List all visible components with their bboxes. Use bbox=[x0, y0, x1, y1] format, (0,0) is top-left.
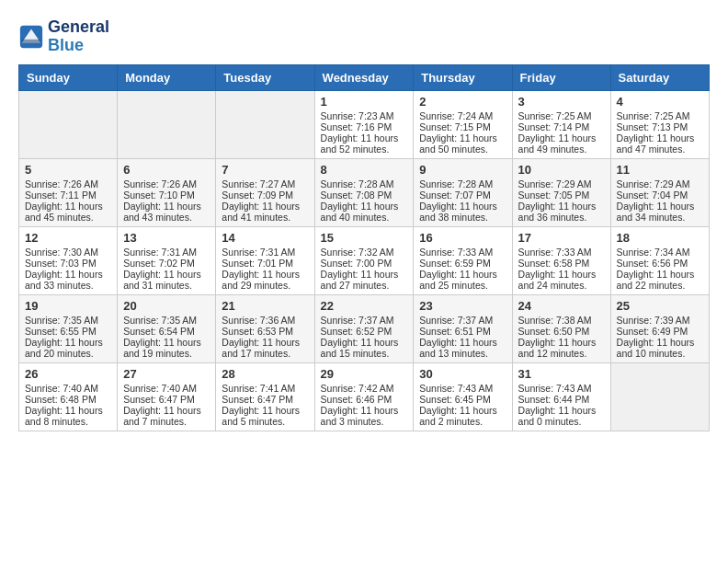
cell-text: Sunrise: 7:31 AM bbox=[222, 247, 308, 258]
calendar-cell: 27Sunrise: 7:40 AMSunset: 6:47 PMDayligh… bbox=[118, 362, 216, 431]
calendar-week-row: 12Sunrise: 7:30 AMSunset: 7:03 PMDayligh… bbox=[19, 226, 710, 294]
cell-text: Sunrise: 7:33 AM bbox=[419, 247, 506, 258]
calendar-cell: 15Sunrise: 7:32 AMSunset: 7:00 PMDayligh… bbox=[314, 226, 414, 294]
cell-text: Daylight: 11 hours bbox=[222, 201, 308, 212]
logo: General Blue bbox=[18, 18, 109, 55]
calendar-cell: 3Sunrise: 7:25 AMSunset: 7:14 PMDaylight… bbox=[512, 90, 610, 158]
calendar-cell: 1Sunrise: 7:23 AMSunset: 7:16 PMDaylight… bbox=[314, 90, 414, 158]
cell-text: Sunrise: 7:31 AM bbox=[123, 247, 210, 258]
cell-text: Daylight: 11 hours bbox=[321, 269, 408, 280]
day-number: 11 bbox=[617, 163, 703, 177]
cell-text: Sunset: 7:07 PM bbox=[419, 190, 506, 201]
cell-text: and 20 minutes. bbox=[25, 348, 111, 359]
calendar-cell: 20Sunrise: 7:35 AMSunset: 6:54 PMDayligh… bbox=[118, 294, 216, 362]
cell-text: Daylight: 11 hours bbox=[518, 405, 605, 416]
calendar-week-row: 5Sunrise: 7:26 AMSunset: 7:11 PMDaylight… bbox=[19, 158, 710, 226]
cell-text: Sunset: 6:47 PM bbox=[222, 394, 308, 405]
cell-text: Sunrise: 7:40 AM bbox=[123, 383, 210, 394]
cell-text: Daylight: 11 hours bbox=[617, 337, 703, 348]
cell-text: Sunrise: 7:39 AM bbox=[617, 315, 703, 326]
calendar-cell: 10Sunrise: 7:29 AMSunset: 7:05 PMDayligh… bbox=[512, 158, 610, 226]
cell-text: Sunset: 7:11 PM bbox=[25, 190, 111, 201]
cell-text: Daylight: 11 hours bbox=[321, 337, 408, 348]
calendar-cell: 24Sunrise: 7:38 AMSunset: 6:50 PMDayligh… bbox=[512, 294, 610, 362]
cell-text: Sunset: 7:00 PM bbox=[321, 258, 408, 269]
calendar-cell: 13Sunrise: 7:31 AMSunset: 7:02 PMDayligh… bbox=[118, 226, 216, 294]
calendar-week-row: 26Sunrise: 7:40 AMSunset: 6:48 PMDayligh… bbox=[19, 362, 710, 431]
cell-text: Sunset: 6:46 PM bbox=[321, 394, 408, 405]
cell-text: and 13 minutes. bbox=[419, 348, 506, 359]
cell-text: Sunrise: 7:27 AM bbox=[222, 178, 308, 190]
weekday-header: Tuesday bbox=[216, 64, 314, 90]
cell-text: and 24 minutes. bbox=[518, 280, 605, 291]
cell-text: and 49 minutes. bbox=[518, 144, 605, 155]
day-number: 20 bbox=[123, 299, 210, 313]
cell-text: Sunset: 7:08 PM bbox=[321, 190, 408, 201]
cell-text: Sunset: 6:44 PM bbox=[518, 394, 605, 405]
cell-text: Daylight: 11 hours bbox=[419, 337, 506, 348]
cell-text: Daylight: 11 hours bbox=[419, 269, 506, 280]
day-number: 23 bbox=[419, 299, 506, 313]
cell-text: and 19 minutes. bbox=[123, 348, 210, 359]
cell-text: Sunrise: 7:43 AM bbox=[419, 383, 506, 394]
cell-text: Daylight: 11 hours bbox=[617, 132, 703, 144]
calendar-week-row: 1Sunrise: 7:23 AMSunset: 7:16 PMDaylight… bbox=[19, 90, 710, 158]
cell-text: Daylight: 11 hours bbox=[25, 337, 111, 348]
day-number: 31 bbox=[518, 367, 605, 381]
cell-text: Daylight: 11 hours bbox=[419, 132, 506, 144]
cell-text: and 15 minutes. bbox=[321, 348, 408, 359]
calendar-cell: 12Sunrise: 7:30 AMSunset: 7:03 PMDayligh… bbox=[19, 226, 118, 294]
cell-text: and 45 minutes. bbox=[25, 212, 111, 223]
cell-text: and 0 minutes. bbox=[518, 416, 605, 427]
cell-text: Sunset: 7:16 PM bbox=[321, 121, 408, 132]
day-number: 7 bbox=[222, 163, 308, 177]
day-number: 22 bbox=[321, 299, 408, 313]
cell-text: Sunrise: 7:37 AM bbox=[419, 315, 506, 326]
cell-text: Sunrise: 7:30 AM bbox=[25, 247, 111, 258]
cell-text: and 22 minutes. bbox=[617, 280, 703, 291]
cell-text: Sunrise: 7:26 AM bbox=[25, 178, 111, 190]
cell-text: Daylight: 11 hours bbox=[222, 405, 308, 416]
day-number: 4 bbox=[617, 95, 703, 109]
day-number: 2 bbox=[419, 95, 506, 109]
cell-text: and 27 minutes. bbox=[321, 280, 408, 291]
calendar-cell: 31Sunrise: 7:43 AMSunset: 6:44 PMDayligh… bbox=[512, 362, 610, 431]
cell-text: Sunset: 6:54 PM bbox=[123, 326, 210, 337]
cell-text: Sunrise: 7:41 AM bbox=[222, 383, 308, 394]
calendar-header-row: SundayMondayTuesdayWednesdayThursdayFrid… bbox=[19, 64, 710, 90]
day-number: 29 bbox=[321, 367, 408, 381]
cell-text: Sunrise: 7:38 AM bbox=[518, 315, 605, 326]
calendar-cell: 6Sunrise: 7:26 AMSunset: 7:10 PMDaylight… bbox=[118, 158, 216, 226]
cell-text: Daylight: 11 hours bbox=[123, 201, 210, 212]
day-number: 17 bbox=[518, 231, 605, 245]
calendar-table: SundayMondayTuesdayWednesdayThursdayFrid… bbox=[18, 64, 710, 431]
cell-text: Sunrise: 7:32 AM bbox=[321, 247, 408, 258]
weekday-header: Saturday bbox=[610, 64, 709, 90]
cell-text: Sunset: 6:51 PM bbox=[419, 326, 506, 337]
day-number: 16 bbox=[419, 231, 506, 245]
weekday-header: Wednesday bbox=[314, 64, 414, 90]
cell-text: Sunrise: 7:28 AM bbox=[321, 178, 408, 190]
calendar-cell: 19Sunrise: 7:35 AMSunset: 6:55 PMDayligh… bbox=[19, 294, 118, 362]
calendar-cell: 30Sunrise: 7:43 AMSunset: 6:45 PMDayligh… bbox=[414, 362, 512, 431]
cell-text: and 40 minutes. bbox=[321, 212, 408, 223]
cell-text: Sunrise: 7:35 AM bbox=[25, 315, 111, 326]
calendar-cell: 25Sunrise: 7:39 AMSunset: 6:49 PMDayligh… bbox=[610, 294, 709, 362]
cell-text: Sunset: 7:14 PM bbox=[518, 121, 605, 132]
day-number: 27 bbox=[123, 367, 210, 381]
cell-text: Daylight: 11 hours bbox=[518, 269, 605, 280]
day-number: 10 bbox=[518, 163, 605, 177]
cell-text: and 3 minutes. bbox=[321, 416, 408, 427]
calendar-cell bbox=[216, 90, 314, 158]
day-number: 12 bbox=[25, 231, 111, 245]
cell-text: and 38 minutes. bbox=[419, 212, 506, 223]
cell-text: Sunset: 7:15 PM bbox=[419, 121, 506, 132]
day-number: 8 bbox=[321, 163, 408, 177]
calendar-cell bbox=[610, 362, 709, 431]
day-number: 25 bbox=[617, 299, 703, 313]
calendar-cell: 18Sunrise: 7:34 AMSunset: 6:56 PMDayligh… bbox=[610, 226, 709, 294]
cell-text: Sunset: 7:05 PM bbox=[518, 190, 605, 201]
cell-text: Sunset: 6:47 PM bbox=[123, 394, 210, 405]
cell-text: Sunrise: 7:25 AM bbox=[617, 110, 703, 121]
calendar-cell: 21Sunrise: 7:36 AMSunset: 6:53 PMDayligh… bbox=[216, 294, 314, 362]
